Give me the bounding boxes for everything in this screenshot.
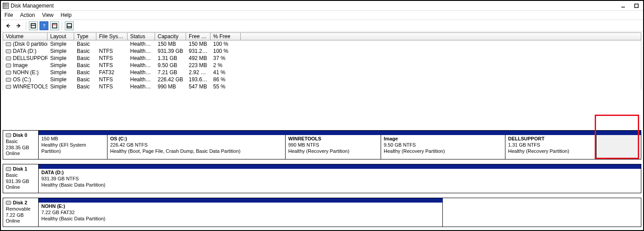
svg-rect-1 [635,4,638,8]
col-volume[interactable]: Volume [3,33,48,40]
partition-name: DELLSUPPORT [508,136,593,142]
partition-size: 226.42 GB NTFS [110,142,282,148]
disk-header-stripe [39,131,641,135]
partition[interactable]: DATA (D:) 931.39 GB NTFS Healthy (Basic … [39,169,641,193]
drive-icon [6,56,11,60]
volume-list-header[interactable]: Volume Layout Type File System Status Ca… [3,32,641,40]
minimize-button[interactable] [619,3,627,9]
disk-name: Disk 0 [13,132,27,139]
col-pctfree[interactable]: % Free [211,33,241,40]
toolbar: ? [1,20,643,32]
partition[interactable]: WINRETOOLS 990 MB NTFS Healthy (Recovery… [286,135,381,159]
volume-type: Basic [74,62,96,68]
disk-block-2[interactable]: Disk 2 Removable 7.22 GB Online NOHN (E:… [3,198,641,227]
volume-row[interactable]: DATA (D:)SimpleBasicNTFSHealthy (B...931… [3,48,641,55]
volume-status: Healthy (R... [127,55,155,61]
menu-view[interactable]: View [42,12,54,18]
volume-row[interactable]: ImageSimpleBasicNTFSHealthy (R...9.50 GB… [3,62,641,69]
volume-name: WINRETOOLS [13,84,48,90]
toolbar-separator-2 [62,22,62,30]
disk-icon [6,133,11,137]
drive-icon [6,85,11,89]
col-freespace[interactable]: Free Spa... [186,33,211,40]
maximize-button[interactable] [632,3,640,9]
col-capacity[interactable]: Capacity [155,33,186,40]
window-title: Disk Management [11,3,54,9]
disk-block-1[interactable]: Disk 1 Basic 931.39 GB Online DATA (D:) … [3,164,641,193]
volume-freespace: 2.92 GB [186,69,211,76]
partition-status: Healthy (Recovery Partition) [384,148,502,155]
menu-action[interactable]: Action [20,12,35,18]
partition-size: 7.22 GB FAT32 [41,210,440,216]
col-status[interactable]: Status [127,33,155,40]
volume-row[interactable]: OS (C:)SimpleBasicNTFSHealthy (B...226.4… [3,76,641,83]
volume-capacity: 931.39 GB [155,48,186,54]
disk-size: 931.39 GB [6,179,36,185]
volume-status: Healthy (B... [127,76,155,83]
volume-layout: Simple [48,48,74,54]
partition-size: 1.31 GB NTFS [508,142,593,148]
volume-name: DATA (D:) [13,48,36,54]
menu-file[interactable]: File [4,12,13,18]
volume-layout: Simple [48,41,74,47]
col-layout[interactable]: Layout [48,33,74,40]
volume-pctfree: 41 % [211,69,241,76]
volume-row[interactable]: (Disk 0 partition 1)SimpleBasicHealthy (… [3,40,641,48]
volume-capacity: 7.21 GB [155,69,186,76]
volume-filesystem: NTFS [96,48,127,54]
col-type[interactable]: Type [74,33,96,40]
volume-row[interactable]: WINRETOOLSSimpleBasicNTFSHealthy (R...99… [3,83,641,90]
partition[interactable]: OS (C:) 226.42 GB NTFS Healthy (Boot, Pa… [107,135,286,159]
volume-layout: Simple [48,84,74,90]
volume-capacity: 9.50 GB [155,62,186,68]
drive-icon [6,71,11,75]
forward-button[interactable] [14,21,23,30]
volume-freespace: 492 MB [186,55,211,61]
volume-filesystem: FAT32 [96,69,127,76]
partition-status: Healthy (Recovery Partition) [288,148,378,155]
drive-icon [6,78,11,82]
volume-pctfree: 100 % [211,48,241,54]
partition[interactable]: NOHN (E:) 7.22 GB FAT32 Healthy (Basic D… [39,203,443,227]
partition[interactable]: DELLSUPPORT 1.31 GB NTFS Healthy (Recove… [505,135,596,159]
partition[interactable]: Image 9.50 GB NTFS Healthy (Recovery Par… [381,135,505,159]
col-filesystem[interactable]: File System [96,33,127,40]
volume-row[interactable]: DELLSUPPORTSimpleBasicNTFSHealthy (R...1… [3,55,641,62]
svg-rect-7 [52,24,57,28]
drive-icon [6,64,11,68]
disk-type: Basic [6,139,36,145]
partition[interactable]: 150 MB Healthy (EFI System Partition) [39,135,107,159]
unallocated-space[interactable] [603,135,641,159]
volume-list[interactable]: (Disk 0 partition 1)SimpleBasicHealthy (… [3,40,641,90]
menu-help[interactable]: Help [61,12,72,18]
back-button[interactable] [4,21,12,30]
volume-capacity: 150 MB [155,41,186,47]
svg-rect-4 [31,24,36,28]
volume-row[interactable]: NOHN (E:)SimpleBasicFAT32Healthy (B...7.… [3,69,641,76]
volume-type: Basic [74,84,96,90]
volume-capacity: 990 MB [155,84,186,90]
volume-name: OS (C:) [13,76,31,83]
disk-name: Disk 2 [13,200,27,206]
volume-capacity: 1.31 GB [155,55,186,61]
volume-freespace: 547 MB [186,84,211,90]
disk-block-0[interactable]: Disk 0 Basic 238.35 GB Online 150 MB Hea… [3,130,641,159]
disk-icon [6,167,11,171]
help-button[interactable]: ? [40,21,48,30]
view-bottom-button[interactable] [65,21,74,30]
content-area: Volume Layout Type File System Status Ca… [1,32,643,231]
volume-filesystem: NTFS [96,55,127,61]
volume-freespace: 931.26 GB [186,48,211,54]
unallocated-space[interactable] [596,135,603,159]
show-hide-tree-button[interactable] [29,21,38,30]
partition-status: Healthy (Basic Data Partition) [41,182,638,188]
disk-label: Disk 1 Basic 931.39 GB Online [3,164,39,193]
partition-name: NOHN (E:) [41,203,440,210]
toolbar-separator [26,22,26,30]
volume-type: Basic [74,76,96,83]
disk-state: Online [6,184,36,191]
disk-type: Removable [6,206,36,212]
volume-status: Healthy (R... [127,62,155,68]
volume-type: Basic [74,55,96,61]
view-top-button[interactable] [50,21,59,30]
